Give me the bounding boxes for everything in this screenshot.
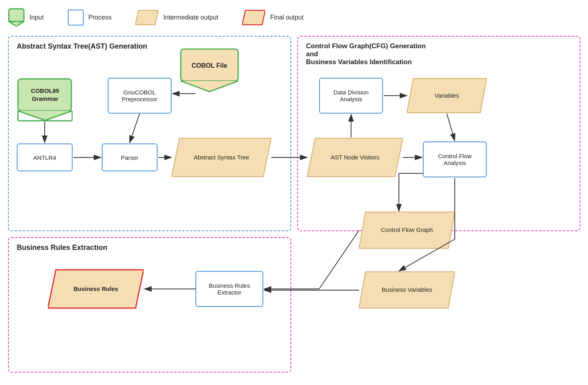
legend-process: Process (68, 10, 112, 26)
ast-section-title: Abstract Syntax Tree(AST) Generation (17, 42, 147, 51)
svg-text:COBOL File: COBOL File (191, 62, 227, 69)
legend: Input Process Intermediate output Final … (8, 8, 304, 27)
ast-shape: Abstract Syntax Tree (172, 138, 271, 177)
intermediate-legend-icon (135, 10, 158, 26)
legend-final-label: Final output (270, 14, 304, 21)
process-legend-icon (68, 10, 84, 26)
cobol85-grammar-shape: COBOL85 Grammar (17, 78, 73, 122)
svg-line-47 (319, 230, 359, 289)
svg-text:Grammar: Grammar (32, 95, 59, 102)
diagram-container: Input Process Intermediate output Final … (0, 0, 588, 385)
legend-final: Final output (242, 10, 304, 26)
gnucobol-preprocessor-box: GnuCOBOL Preprocessor (108, 78, 172, 114)
bre-section-title: Business Rules Extraction (17, 244, 107, 252)
legend-process-label: Process (89, 14, 112, 21)
svg-text:AST  Node Visitors: AST Node Visitors (331, 154, 379, 161)
svg-text:Business Rules: Business Rules (73, 285, 118, 292)
svg-text:Business Variables: Business Variables (382, 286, 432, 293)
business-rules-extractor-box: Business Rules Extractor (195, 271, 263, 307)
business-rules-shape: Business Rules (48, 269, 144, 309)
data-division-analysis-box: Data Division Analysis (319, 78, 383, 114)
svg-marker-15 (181, 81, 238, 92)
svg-text:COBOL85: COBOL85 (31, 87, 59, 94)
business-variables-shape: Business Variables (359, 271, 455, 309)
svg-marker-3 (135, 10, 158, 25)
svg-rect-5 (18, 79, 71, 111)
legend-input-label: Input (30, 14, 44, 21)
control-flow-analysis-box: Control Flow Analysis (423, 141, 487, 177)
cfg-shape: Control Flow Graph (359, 211, 455, 249)
cobol-file-shape: COBOL File (180, 48, 239, 94)
section-cfg: Control Flow Graph(CFG) Generation and B… (297, 36, 580, 231)
svg-text:Abstract Syntax Tree: Abstract Syntax Tree (193, 154, 249, 161)
section-ast: Abstract Syntax Tree(AST) Generation (8, 36, 291, 231)
legend-intermediate-label: Intermediate output (163, 14, 218, 21)
input-legend-icon (8, 8, 25, 27)
ast-node-visitors-shape: AST Node Visitors (307, 138, 403, 177)
legend-input: Input (8, 8, 44, 27)
svg-rect-0 (9, 9, 24, 22)
variables-shape: Variables (407, 78, 487, 114)
svg-text:Control Flow Graph: Control Flow Graph (381, 226, 433, 233)
final-legend-icon (242, 10, 265, 26)
svg-marker-9 (18, 111, 72, 120)
antlr4-box: ANTLR4 (17, 143, 73, 171)
svg-text:Variables: Variables (434, 92, 459, 99)
legend-intermediate: Intermediate output (135, 10, 218, 26)
svg-marker-4 (242, 10, 265, 25)
cfg-section-title: Control Flow Graph(CFG) Generation and B… (306, 42, 426, 66)
parser-box: Parser (102, 143, 158, 171)
